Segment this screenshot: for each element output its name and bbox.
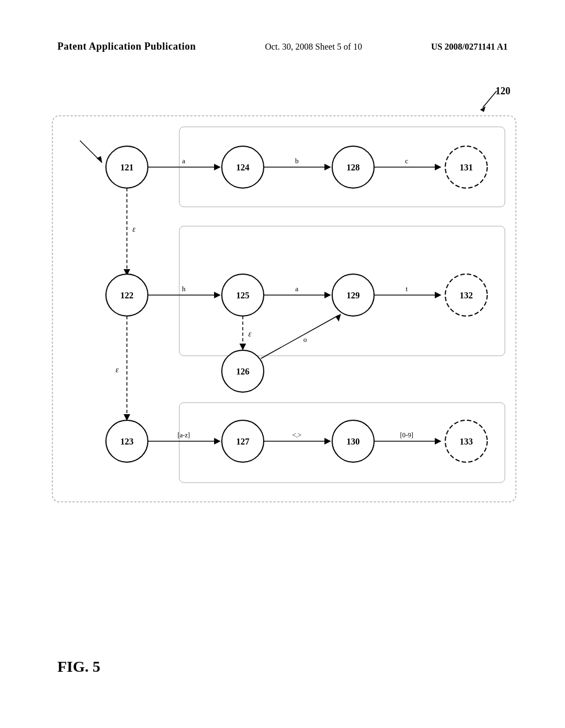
publication-date: Oct. 30, 2008 Sheet 5 of 10 [265,42,362,52]
svg-marker-46 [239,344,246,350]
svg-text:o: o [303,335,307,344]
svg-marker-31 [214,292,221,298]
svg-text:128: 128 [347,163,360,172]
figure-label: FIG. 5 [57,658,100,676]
svg-text:a: a [295,285,299,293]
svg-text:125: 125 [236,291,249,300]
svg-marker-64 [324,438,331,445]
svg-text:<.>: <.> [292,431,302,439]
diagram-container: 120 121 ε a 124 b 128 [47,85,521,516]
svg-marker-14 [214,164,221,170]
state-diagram-svg: 121 ε a 124 b 128 c 131 122 h [47,110,521,513]
svg-text:c: c [405,157,408,165]
svg-text:ε: ε [248,330,252,338]
svg-text:132: 132 [460,291,473,300]
svg-text:124: 124 [236,163,249,172]
publication-number: US 2008/0271141 A1 [431,42,508,52]
svg-line-50 [261,315,338,358]
svg-text:130: 130 [347,437,360,446]
svg-text:131: 131 [460,163,473,172]
svg-text:123: 123 [120,437,134,446]
svg-text:a: a [182,157,185,165]
svg-text:h: h [182,285,186,293]
svg-marker-19 [324,164,331,170]
svg-marker-7 [97,156,102,163]
svg-text:[0-9]: [0-9] [400,431,413,439]
svg-marker-59 [214,438,221,445]
svg-text:b: b [295,157,299,165]
svg-text:ε: ε [132,225,136,233]
svg-line-0 [483,91,497,108]
svg-text:133: 133 [460,437,473,446]
svg-text:122: 122 [120,291,134,300]
svg-text:129: 129 [347,291,360,300]
svg-marker-41 [435,292,441,298]
svg-text:121: 121 [120,163,134,172]
ref-120-text: 120 [495,85,510,97]
svg-marker-24 [435,164,441,170]
svg-marker-51 [335,314,341,322]
svg-text:t: t [406,285,408,293]
svg-text:[a-z]: [a-z] [178,431,190,439]
svg-marker-36 [324,292,331,298]
svg-text:127: 127 [236,437,249,446]
svg-marker-69 [435,438,441,445]
svg-text:126: 126 [236,367,249,376]
publication-title: Patent Application Publication [57,41,196,52]
svg-text:ε: ε [115,366,119,374]
page-header: Patent Application Publication Oct. 30, … [0,41,565,52]
